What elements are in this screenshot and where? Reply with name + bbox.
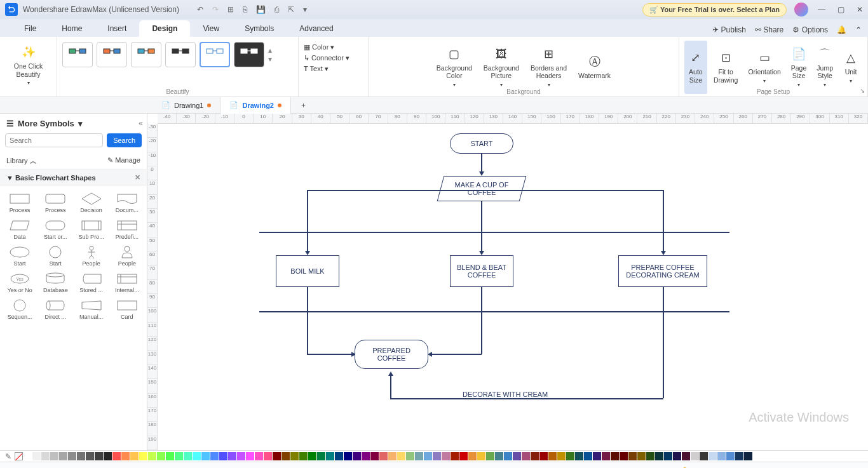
pagesetup-dialog-icon[interactable]: ↘ — [860, 87, 865, 94]
color-swatch[interactable] — [353, 452, 361, 460]
color-swatch[interactable] — [175, 452, 183, 460]
connector[interactable] — [481, 201, 482, 252]
color-swatch[interactable] — [495, 452, 503, 460]
color-swatch[interactable] — [513, 452, 521, 460]
text-dropdown[interactable]: T Text ▾ — [304, 65, 363, 73]
color-swatch[interactable] — [673, 452, 681, 460]
save-icon[interactable]: 💾 — [256, 5, 266, 14]
user-avatar[interactable] — [794, 3, 808, 17]
color-swatch[interactable] — [557, 452, 566, 460]
shape-item[interactable]: Process — [38, 191, 72, 215]
shape-item[interactable]: Docum... — [110, 191, 144, 215]
notifications-icon[interactable]: 🔔 — [837, 25, 846, 34]
watermark-button[interactable]: ⒶWatermark — [574, 41, 614, 94]
open-icon[interactable]: ⎘ — [243, 5, 247, 14]
color-swatch[interactable] — [468, 452, 477, 460]
color-swatch[interactable] — [602, 452, 610, 460]
shape-item[interactable]: People — [110, 244, 144, 268]
connector[interactable] — [259, 311, 729, 312]
color-swatch[interactable] — [264, 452, 272, 460]
minimize-button[interactable]: — — [816, 5, 827, 14]
shape-makeacup[interactable]: MAKE A CUP OF COFFEE — [437, 176, 527, 201]
color-swatch[interactable] — [477, 452, 485, 460]
share-button[interactable]: ⚯ Share — [755, 25, 783, 34]
more-symbols-button[interactable]: ☰ More Symbols ▾ — [0, 114, 147, 133]
theme-3[interactable] — [131, 42, 161, 67]
color-dropdown[interactable]: ▦ Color ▾ — [304, 43, 363, 51]
menu-design[interactable]: Design — [139, 20, 190, 37]
color-swatch[interactable] — [148, 452, 156, 460]
color-swatch[interactable] — [459, 452, 468, 460]
color-swatch[interactable] — [281, 452, 290, 460]
search-input[interactable] — [5, 133, 103, 147]
color-swatch[interactable] — [531, 452, 539, 460]
theme-5[interactable] — [200, 42, 230, 67]
autosize-button[interactable]: ⤢Auto Size — [684, 41, 707, 94]
theme-6[interactable] — [234, 42, 264, 67]
menu-home[interactable]: Home — [49, 20, 95, 37]
color-swatch[interactable] — [486, 452, 494, 460]
shape-item[interactable]: YesYes or No — [3, 271, 37, 295]
export-icon[interactable]: ⇱ — [288, 5, 294, 14]
color-swatch[interactable] — [593, 452, 601, 460]
jumpstyle-button[interactable]: ⌒Jump Style▾ — [813, 41, 837, 94]
connector[interactable] — [663, 287, 664, 398]
color-swatch[interactable] — [50, 452, 58, 460]
color-swatch[interactable] — [433, 452, 441, 460]
category-toggle[interactable]: ▼ Basic Flowchart Shapes — [6, 174, 96, 182]
shape-item[interactable]: Data — [3, 217, 37, 241]
connector[interactable] — [663, 190, 664, 253]
color-swatch[interactable] — [415, 452, 423, 460]
theme-4[interactable] — [165, 42, 196, 67]
connector[interactable] — [390, 375, 391, 399]
color-swatch[interactable] — [32, 452, 41, 460]
color-swatch[interactable] — [664, 452, 672, 460]
pagesize-button[interactable]: 📄Page Size▾ — [787, 41, 811, 94]
collapse-ribbon-icon[interactable]: ⌃ — [855, 25, 862, 34]
color-swatch[interactable] — [646, 452, 654, 460]
shape-prepared[interactable]: PREPARED COFFEE — [355, 340, 428, 369]
color-swatch[interactable] — [184, 452, 192, 460]
shape-item[interactable]: Decision — [74, 191, 109, 215]
shape-item[interactable]: Sub Pro... — [74, 217, 109, 241]
color-swatch[interactable] — [379, 452, 388, 460]
color-swatch[interactable] — [637, 452, 646, 460]
eyedropper-icon[interactable]: ✎ — [5, 452, 11, 461]
color-swatch[interactable] — [397, 452, 405, 460]
shape-item[interactable]: Predefi... — [110, 217, 144, 241]
color-swatch[interactable] — [326, 452, 334, 460]
shape-item[interactable]: Card — [110, 297, 144, 321]
color-swatch[interactable] — [548, 452, 557, 460]
color-swatch[interactable] — [86, 452, 94, 460]
color-swatch[interactable] — [130, 452, 139, 460]
bg-color-button[interactable]: ▢Background Color▾ — [433, 41, 476, 94]
color-swatch[interactable] — [700, 452, 708, 460]
menu-advanced[interactable]: Advanced — [287, 20, 346, 37]
color-swatch[interactable] — [691, 452, 699, 460]
color-swatch[interactable] — [193, 452, 201, 460]
color-swatch[interactable] — [41, 452, 50, 460]
color-swatch[interactable] — [620, 452, 628, 460]
color-swatch[interactable] — [290, 452, 299, 460]
shape-prepare[interactable]: PREPARE COFFEE DECORATING CREAM — [618, 255, 707, 287]
label-decorate[interactable]: DECORATE WITH CREAM — [463, 391, 548, 398]
color-swatch[interactable] — [273, 452, 281, 460]
shape-boil[interactable]: BOIL MILK — [276, 255, 339, 287]
maximize-button[interactable]: ▢ — [835, 5, 846, 14]
connector-dropdown[interactable]: ↳ Connector ▾ — [304, 54, 363, 62]
color-swatch[interactable] — [112, 452, 121, 460]
menu-file[interactable]: File — [11, 20, 49, 37]
theme-scroll[interactable]: ▴▾ — [268, 46, 272, 64]
no-color-swatch[interactable] — [15, 452, 23, 460]
color-swatch[interactable] — [95, 452, 103, 460]
color-swatch[interactable] — [219, 452, 227, 460]
shape-item[interactable]: Internal... — [110, 271, 144, 295]
tab-drawing2[interactable]: 📄 Drawing2 — [220, 97, 291, 114]
shape-item[interactable]: Database — [38, 271, 72, 295]
shape-item[interactable]: Start — [3, 244, 37, 268]
color-swatch[interactable] — [539, 452, 548, 460]
connector[interactable] — [307, 190, 663, 191]
color-swatch[interactable] — [24, 452, 32, 460]
color-swatch[interactable] — [370, 452, 379, 460]
borders-button[interactable]: ⊞Borders and Headers▾ — [527, 41, 571, 94]
